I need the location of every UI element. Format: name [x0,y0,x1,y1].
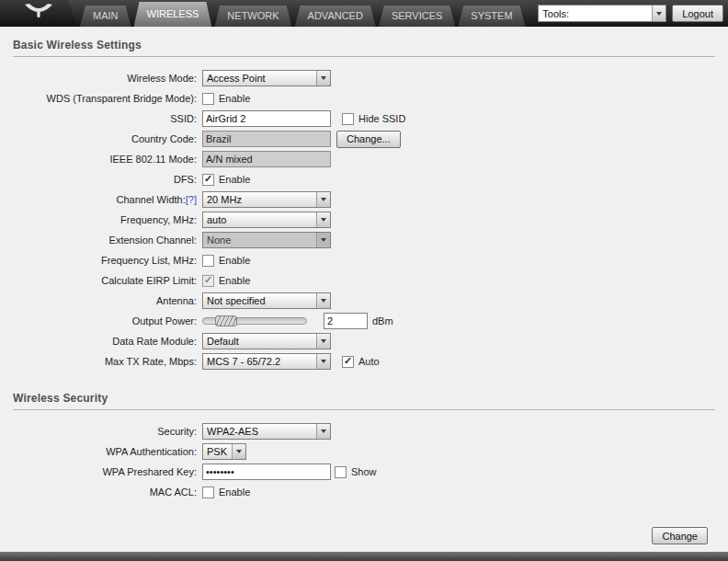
calculate-eirp-checkbox [202,275,214,287]
show-key-checkbox[interactable] [335,466,347,478]
country-code-input [202,131,331,147]
security-value: WPA2-AES [207,426,316,437]
chevron-down-icon [652,6,665,21]
tab-system[interactable]: SYSTEM [458,6,525,27]
max-tx-rate-select[interactable]: MCS 7 - 65/72.2 [202,353,331,370]
antenna-row: Antenna: Not specified [13,292,715,309]
wireless-mode-label: Wireless Mode: [13,73,197,84]
frequency-list-label: Frequency List, MHz: [13,255,197,266]
mac-acl-enable-label: Enable [219,487,250,498]
main-tabs: MAIN WIRELESS NETWORK ADVANCED SERVICES … [80,0,526,27]
chevron-down-icon [316,424,330,439]
channel-width-select[interactable]: 20 MHz [202,191,331,208]
ssid-input[interactable] [202,110,331,127]
country-code-row: Country Code: Change... [13,131,715,147]
ieee-mode-row: IEEE 802.11 Mode: [13,151,715,167]
tab-wireless[interactable]: WIRELESS [134,2,212,27]
output-power-row: Output Power: dBm [13,313,715,329]
frequency-select[interactable]: auto [202,212,331,228]
chevron-down-icon [316,293,330,308]
channel-width-row: Channel Width:[?] 20 MHz [13,191,715,208]
security-row: Security: WPA2-AES [13,423,715,440]
tab-advanced[interactable]: ADVANCED [295,6,376,27]
extension-channel-label: Extension Channel: [13,235,197,246]
chevron-down-icon [316,354,330,369]
topbar-right: Tools: Logout [538,0,728,27]
max-tx-rate-label: Max TX Rate, Mbps: [13,356,197,367]
antenna-value: Not specified [207,295,316,306]
chevron-down-icon [316,233,330,247]
output-power-slider[interactable] [202,315,307,326]
wpa-preshared-key-row: WPA Preshared Key: Show [13,464,715,480]
extension-channel-value: None [207,235,316,246]
tab-network[interactable]: NETWORK [214,6,291,27]
wds-row: WDS (Transparent Bridge Mode): Enable [13,90,715,107]
wds-label: WDS (Transparent Bridge Mode): [13,93,197,104]
frequency-list-row: Frequency List, MHz: Enable [13,252,715,269]
top-navigation-bar: MAIN WIRELESS NETWORK ADVANCED SERVICES … [0,0,728,28]
wds-enable-checkbox[interactable] [202,93,214,105]
logout-button[interactable]: Logout [672,5,723,22]
dfs-row: DFS: Enable [13,171,715,188]
wireless-security-form: Security: WPA2-AES WPA Authentication: P… [13,423,715,500]
tab-main[interactable]: MAIN [80,6,131,27]
country-change-button[interactable]: Change... [336,131,401,148]
wpa-authentication-select[interactable]: PSK [202,443,246,460]
wpa-authentication-label: WPA Authentication: [13,446,197,457]
channel-width-help-link[interactable]: [?] [186,194,197,205]
dfs-label: DFS: [13,174,197,185]
output-power-label: Output Power: [13,315,197,326]
chevron-down-icon [316,212,330,227]
ubiquiti-logo[interactable] [0,0,77,27]
wpa-authentication-value: PSK [207,446,232,457]
mac-acl-label: MAC ACL: [13,487,197,498]
frequency-list-enable-checkbox[interactable] [202,255,214,267]
calculate-eirp-enable-label: Enable [219,275,250,286]
change-button[interactable]: Change [652,527,708,544]
wpa-authentication-row: WPA Authentication: PSK [13,443,715,460]
basic-wireless-settings-title: Basic Wireless Settings [13,39,715,57]
wpa-preshared-key-label: WPA Preshared Key: [13,466,197,477]
airos-config-page: MAIN WIRELESS NETWORK ADVANCED SERVICES … [0,0,728,561]
data-rate-module-value: Default [207,336,316,347]
output-power-unit: dBm [372,315,393,326]
output-power-input[interactable] [324,313,368,329]
ieee-mode-input [202,151,331,167]
max-tx-rate-auto-label: Auto [358,356,380,367]
country-code-label: Country Code: [13,133,197,144]
security-select[interactable]: WPA2-AES [202,423,331,440]
wireless-mode-value: Access Point [207,73,316,84]
antenna-icon [20,2,57,24]
ieee-mode-label: IEEE 802.11 Mode: [13,154,197,165]
calculate-eirp-label: Calculate EIRP Limit: [13,275,197,286]
hide-ssid-label: Hide SSID [358,113,405,124]
wds-enable-label: Enable [219,93,250,104]
calculate-eirp-row: Calculate EIRP Limit: Enable [13,272,715,289]
antenna-select[interactable]: Not specified [202,292,331,309]
channel-width-label: Channel Width:[?] [13,194,197,205]
ssid-label: SSID: [13,113,197,124]
channel-width-label-text: Channel Width: [117,194,186,205]
tools-select[interactable]: Tools: [538,5,666,22]
channel-width-value: 20 MHz [207,194,316,205]
max-tx-rate-row: Max TX Rate, Mbps: MCS 7 - 65/72.2 Auto [13,353,715,370]
slider-thumb[interactable] [215,315,237,326]
mac-acl-enable-checkbox[interactable] [202,487,214,498]
wpa-preshared-key-input[interactable] [202,464,331,480]
chevron-down-icon [316,334,330,349]
show-key-label: Show [351,466,377,477]
wireless-mode-select[interactable]: Access Point [202,70,331,86]
chevron-down-icon [232,444,245,459]
frequency-row: Frequency, MHz: auto [13,212,715,228]
security-label: Security: [13,426,197,437]
hide-ssid-checkbox[interactable] [342,113,354,125]
chevron-down-icon [316,192,330,207]
tab-services[interactable]: SERVICES [379,6,455,27]
data-rate-module-label: Data Rate Module: [13,336,197,347]
max-tx-rate-auto-checkbox[interactable] [342,356,354,368]
frequency-label: Frequency, MHz: [13,214,197,225]
data-rate-module-select[interactable]: Default [202,333,331,349]
wireless-security-title: Wireless Security [13,392,715,410]
dfs-enable-checkbox[interactable] [202,174,214,186]
tools-select-value: Tools: [542,8,652,19]
